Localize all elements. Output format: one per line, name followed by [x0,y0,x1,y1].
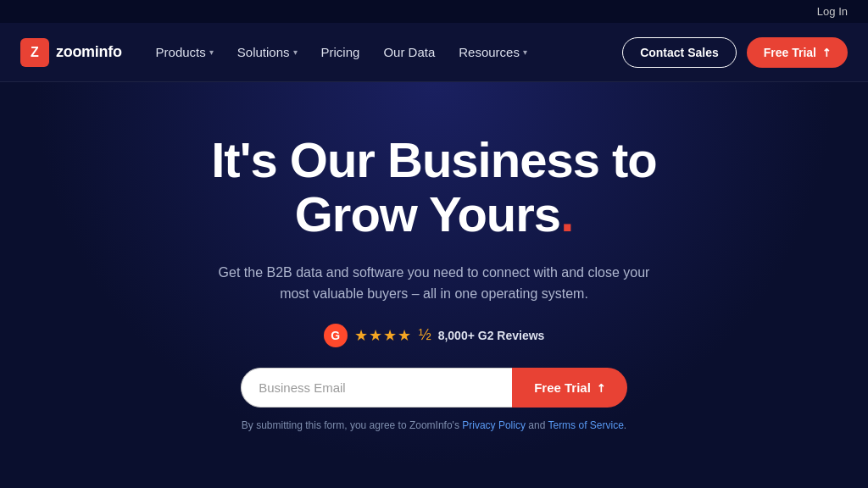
email-input[interactable] [241,368,512,408]
hero-subtitle: Get the B2B data and software you need t… [205,262,663,305]
resources-chevron-icon: ▾ [523,47,527,57]
nav-pricing[interactable]: Pricing [321,45,360,59]
solutions-chevron-icon: ▾ [293,47,298,57]
nav-actions: Contact Sales Free Trial ↗ [622,37,848,68]
top-bar: Log In [0,0,868,23]
nav-solutions[interactable]: Solutions ▾ [237,45,298,59]
login-link[interactable]: Log In [817,5,848,18]
g2-reviews-text: 8,000+ G2 Reviews [438,329,545,342]
logo-icon-text: Z [31,45,39,60]
nav-our-data[interactable]: Our Data [383,45,435,59]
form-legal: By submitting this form, you agree to Zo… [20,419,848,431]
logo[interactable]: Z zoominfo [20,38,122,67]
contact-sales-button[interactable]: Contact Sales [622,37,737,68]
navbar: Z zoominfo Products ▾ Solutions ▾ Pricin… [0,23,868,82]
star-half: ½ [419,326,431,344]
logo-icon: Z [20,38,49,67]
hero-section: It's Our Business to Grow Yours. Get the… [0,82,868,488]
nav-products[interactable]: Products ▾ [156,45,214,59]
g2-logo-icon: G [324,324,348,347]
products-chevron-icon: ▾ [209,47,214,57]
free-trial-nav-button[interactable]: Free Trial ↗ [747,37,848,68]
g2-row: G ★★★★½ 8,000+ G2 Reviews [20,324,848,347]
email-form: Free Trial ↗ [20,368,848,408]
hero-title: It's Our Business to Grow Yours. [20,133,848,241]
stars-full: ★★★★ [354,326,412,345]
logo-text: zoominfo [56,43,122,61]
free-trial-hero-button[interactable]: Free Trial ↗ [512,368,627,408]
period: . [560,186,573,241]
privacy-policy-link[interactable]: Privacy Policy [462,419,526,431]
terms-link[interactable]: Terms of Service [548,419,623,431]
nav-resources[interactable]: Resources ▾ [459,45,527,59]
hero-arrow-icon: ↗ [593,380,608,395]
nav-links: Products ▾ Solutions ▾ Pricing Our Data … [156,45,623,59]
arrow-icon: ↗ [818,44,833,59]
